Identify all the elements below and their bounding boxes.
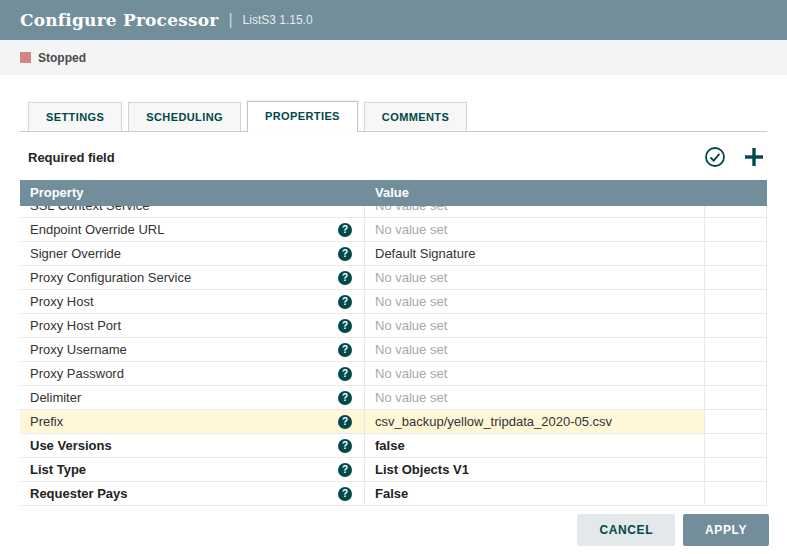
property-value[interactable]: No value set [365, 206, 705, 217]
property-value[interactable]: No value set [365, 314, 705, 337]
property-name: Requester Pays [30, 482, 128, 505]
help-icon[interactable]: ? [338, 415, 352, 429]
row-spacer [705, 482, 767, 505]
row-spacer [705, 242, 767, 265]
help-icon[interactable]: ? [338, 487, 352, 501]
property-name: Signer Override [30, 242, 121, 265]
property-name: Proxy Password [30, 362, 124, 385]
property-value[interactable]: False [365, 482, 705, 505]
table-row-clipped[interactable]: SSL Context Service No value set [20, 206, 767, 218]
table-row[interactable]: Signer Override?Default Signature [20, 242, 767, 266]
tab-scheduling[interactable]: SCHEDULING [128, 102, 241, 131]
row-spacer [705, 362, 767, 385]
properties-table: Property Value SSL Context Service No va… [20, 180, 767, 506]
properties-table-body: Endpoint Override URL?No value setSigner… [20, 218, 767, 506]
help-icon[interactable]: ? [338, 463, 352, 477]
property-value[interactable]: No value set [365, 218, 705, 241]
status-label: Stopped [38, 51, 86, 65]
property-name: Use Versions [30, 434, 112, 457]
toolbar-icons [703, 145, 765, 169]
status-bar: Stopped [0, 40, 787, 75]
help-icon[interactable]: ? [338, 391, 352, 405]
dialog-header: Configure Processor | ListS3 1.15.0 [0, 0, 787, 40]
table-row[interactable]: Proxy Password?No value set [20, 362, 767, 386]
column-header-property: Property [20, 180, 365, 206]
column-header-spacer [705, 180, 767, 206]
property-cell: Signer Override? [20, 242, 365, 265]
table-row[interactable]: Use Versions?false [20, 434, 767, 458]
property-name: Proxy Host [30, 290, 94, 313]
row-spacer [705, 434, 767, 457]
tab-properties[interactable]: PROPERTIES [247, 101, 358, 132]
tab-settings[interactable]: SETTINGS [28, 102, 122, 131]
row-spacer [705, 266, 767, 289]
help-icon[interactable]: ? [338, 247, 352, 261]
verify-properties-button[interactable] [703, 145, 727, 169]
help-icon[interactable]: ? [338, 223, 352, 237]
property-name: Delimiter [30, 386, 81, 409]
cancel-button[interactable]: CANCEL [577, 514, 675, 546]
verify-properties-icon [703, 145, 727, 169]
add-property-icon [743, 146, 765, 168]
property-name: SSL Context Service [30, 206, 149, 217]
table-row[interactable]: Requester Pays?False [20, 482, 767, 506]
help-icon[interactable]: ? [338, 319, 352, 333]
property-cell: Prefix? [20, 410, 365, 433]
column-header-value: Value [365, 180, 705, 206]
help-icon[interactable]: ? [338, 367, 352, 381]
property-value[interactable]: csv_backup/yellow_tripdata_2020-05.csv [365, 410, 705, 433]
property-value[interactable]: No value set [365, 266, 705, 289]
page-title: Configure Processor [20, 10, 218, 30]
table-row[interactable]: Proxy Configuration Service?No value set [20, 266, 767, 290]
property-name: List Type [30, 458, 86, 481]
tab-comments[interactable]: COMMENTS [364, 102, 467, 131]
property-cell: Delimiter? [20, 386, 365, 409]
add-property-button[interactable] [743, 146, 765, 168]
row-spacer [705, 410, 767, 433]
property-cell: Proxy Password? [20, 362, 365, 385]
tabs: SETTINGSSCHEDULINGPROPERTIESCOMMENTS [20, 101, 767, 132]
help-icon[interactable]: ? [338, 343, 352, 357]
configure-processor-dialog: Configure Processor | ListS3 1.15.0 Stop… [0, 0, 787, 554]
table-row[interactable]: Proxy Host?No value set [20, 290, 767, 314]
property-value[interactable]: Default Signature [365, 242, 705, 265]
table-row[interactable]: Proxy Username?No value set [20, 338, 767, 362]
property-value[interactable]: No value set [365, 290, 705, 313]
property-name: Prefix [30, 410, 63, 433]
row-spacer [705, 290, 767, 313]
property-name: Proxy Username [30, 338, 127, 361]
row-spacer [705, 206, 767, 217]
property-cell: Proxy Host Port? [20, 314, 365, 337]
dialog-content: SETTINGSSCHEDULINGPROPERTIESCOMMENTS Req… [0, 101, 787, 506]
table-row[interactable]: Endpoint Override URL?No value set [20, 218, 767, 242]
row-spacer [705, 386, 767, 409]
row-spacer [705, 338, 767, 361]
property-value[interactable]: No value set [365, 386, 705, 409]
help-icon[interactable]: ? [338, 439, 352, 453]
property-value[interactable]: No value set [365, 338, 705, 361]
property-name: Endpoint Override URL [30, 218, 164, 241]
properties-toolbar: Required field [20, 132, 767, 180]
property-cell: Proxy Configuration Service? [20, 266, 365, 289]
table-row[interactable]: Delimiter?No value set [20, 386, 767, 410]
stopped-status-icon [20, 52, 31, 63]
table-header: Property Value [20, 180, 767, 206]
row-spacer [705, 218, 767, 241]
required-field-label: Required field [28, 150, 115, 165]
property-cell: Endpoint Override URL? [20, 218, 365, 241]
table-row[interactable]: Proxy Host Port?No value set [20, 314, 767, 338]
property-name: Proxy Configuration Service [30, 266, 191, 289]
table-row[interactable]: List Type?List Objects V1 [20, 458, 767, 482]
property-cell: Requester Pays? [20, 482, 365, 505]
property-cell: Proxy Host? [20, 290, 365, 313]
table-row[interactable]: Prefix?csv_backup/yellow_tripdata_2020-0… [20, 410, 767, 434]
property-value[interactable]: false [365, 434, 705, 457]
property-cell: Proxy Username? [20, 338, 365, 361]
property-value[interactable]: List Objects V1 [365, 458, 705, 481]
title-separator: | [228, 11, 232, 29]
property-value[interactable]: No value set [365, 362, 705, 385]
help-icon[interactable]: ? [338, 271, 352, 285]
row-spacer [705, 458, 767, 481]
help-icon[interactable]: ? [338, 295, 352, 309]
apply-button[interactable]: APPLY [683, 514, 769, 546]
